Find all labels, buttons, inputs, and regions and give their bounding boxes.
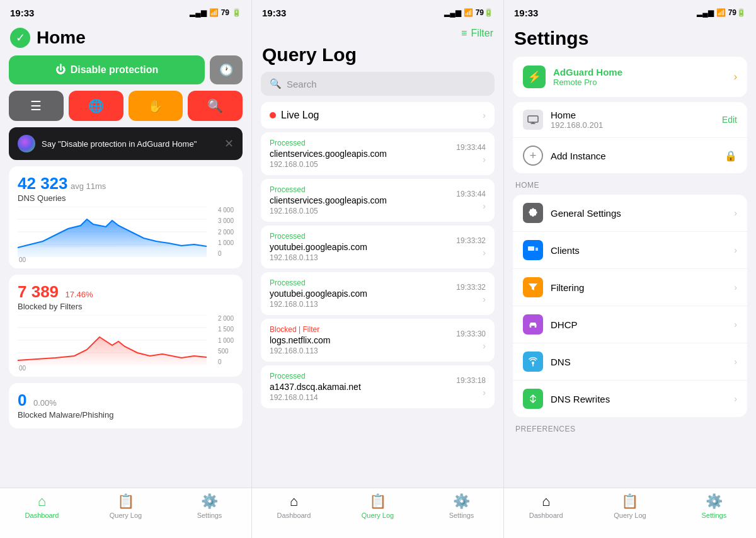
nav-dashboard-settings[interactable]: ⌂ Dashboard [504, 493, 588, 519]
quick-btn-list[interactable]: ☰ [9, 91, 64, 121]
adguard-card[interactable]: ⚡ AdGuard Home Remote Pro › [513, 57, 747, 97]
dns-rewrites-item[interactable]: DNS Rewrites › [513, 381, 747, 417]
dashboard-icon: ⌂ [38, 493, 46, 510]
panel-settings: 19:33 ▂▄▆ 📶 79🔋 Settings ⚡ AdGuard Home … [504, 0, 756, 538]
siri-banner: Say "Disable protection in AdGuard Home"… [9, 127, 243, 160]
log-item[interactable]: Processed youtubei.googleapis.com 192.16… [261, 272, 495, 315]
clock-button[interactable]: 🕐 [210, 55, 243, 84]
filter-button[interactable]: ≡ Filter [461, 28, 493, 39]
malware-label: Blocked Malware/Phishing [18, 410, 234, 420]
instance-row[interactable]: Home 192.168.0.201 Edit [513, 102, 747, 138]
nav-querylog-settings[interactable]: 📋 Query Log [588, 493, 672, 519]
chart-labels-right: 4 000 3 000 2 000 1 000 0 [218, 207, 234, 257]
quick-buttons: ☰ 🌐 ✋ 🔍 [0, 91, 251, 121]
nav-dashboard-home[interactable]: ⌂ Dashboard [0, 493, 84, 519]
chart-label-4000: 4 000 [218, 207, 234, 214]
dns-chart: 4 000 3 000 2 000 1 000 0 00 [18, 207, 234, 263]
querylog-icon: 📋 [117, 493, 134, 510]
filtering-chevron: › [734, 282, 737, 292]
rewrite-icon [528, 394, 538, 404]
svg-point-11 [530, 326, 532, 328]
dns-rewrites-label: DNS Rewrites [551, 394, 726, 404]
log-chevron: › [483, 387, 486, 398]
log-item[interactable]: Processed clientservices.googleapis.com … [261, 132, 495, 175]
nav-dashboard-label-s: Dashboard [529, 512, 563, 519]
instance-edit-button[interactable]: Edit [722, 115, 737, 125]
wifi-icon-q: 📶 [464, 8, 473, 17]
nav-querylog-label-q: Query Log [362, 512, 394, 519]
quick-btn-search[interactable]: 🔍 [188, 91, 243, 121]
dhcp-chevron: › [734, 319, 737, 329]
nav-querylog-home[interactable]: 📋 Query Log [84, 493, 168, 519]
monitor-icon [527, 115, 539, 124]
log-domain: logs.netflix.com [270, 335, 456, 345]
adguard-icon: ⚡ [523, 66, 546, 88]
log-ip: 192.168.0.113 [270, 300, 456, 309]
settings-title: Settings [504, 23, 756, 57]
log-item-left: Processed clientservices.googleapis.com … [270, 185, 456, 215]
log-ip: 192.168.0.114 [270, 393, 456, 402]
query-log-title: Query Log [252, 39, 503, 72]
malware-pct: 0.00% [33, 398, 57, 408]
log-item-left: Processed clientservices.googleapis.com … [270, 139, 456, 169]
log-time: 19:33:44 › [456, 143, 486, 164]
filter-icon-s [528, 283, 538, 292]
wifi-icon: 📶 [209, 8, 219, 17]
dns-number-row: 42 323 avg 11ms [18, 174, 234, 193]
search-bar[interactable]: 🔍 Search [261, 72, 495, 96]
log-item[interactable]: Processed clientservices.googleapis.com … [261, 179, 495, 222]
nav-settings-home[interactable]: ⚙️ Settings [168, 493, 251, 519]
nav-settings-query[interactable]: ⚙️ Settings [420, 493, 503, 519]
status-bar-settings: 19:33 ▂▄▆ 📶 79🔋 [504, 0, 756, 23]
log-item-left: Blocked | Filter logs.netflix.com 192.16… [270, 325, 456, 355]
instance-info: Home 192.168.0.201 [551, 110, 714, 130]
adguard-chevron-icon: › [734, 71, 737, 83]
clients-label: Clients [551, 245, 726, 256]
status-bar-query: 19:33 ▂▄▆ 📶 79🔋 [252, 0, 503, 23]
nav-querylog-query[interactable]: 📋 Query Log [336, 493, 420, 519]
live-log-row[interactable]: Live Log › [261, 102, 495, 129]
blocked-count: 7 389 [18, 282, 59, 301]
add-instance-row[interactable]: + Add Instance 🔒 [513, 138, 747, 173]
filter-label: Filter [471, 28, 493, 39]
dns-rewrites-chevron: › [734, 394, 737, 404]
siri-close-button[interactable]: ✕ [224, 137, 234, 151]
quick-btn-globe[interactable]: 🌐 [69, 91, 123, 121]
settings-content: ⚡ AdGuard Home Remote Pro › Home 192.168… [504, 57, 756, 488]
dns-item[interactable]: DNS › [513, 343, 747, 381]
blocked-label: Blocked by Filters [18, 302, 234, 311]
log-item[interactable]: Processed youtubei.googleapis.com 192.16… [261, 226, 495, 268]
log-item[interactable]: Blocked | Filter logs.netflix.com 192.16… [261, 319, 495, 362]
general-settings-icon [523, 203, 543, 223]
signal-icon-q: ▂▄▆ [444, 8, 461, 17]
nav-dashboard-query[interactable]: ⌂ Dashboard [252, 493, 336, 519]
dhcp-item[interactable]: DHCP › [513, 306, 747, 343]
disable-protection-button[interactable]: ⏻ Disable protection [9, 55, 205, 84]
dhcp-icon [523, 314, 543, 335]
log-timestamp: 19:33:18 [456, 376, 486, 385]
nav-querylog-label-s: Query Log [614, 512, 646, 519]
log-ip: 192.168.0.113 [270, 346, 456, 355]
settings-icon: ⚙️ [201, 493, 218, 510]
log-domain: clientservices.googleapis.com [270, 149, 456, 159]
general-settings-item[interactable]: General Settings › [513, 195, 747, 232]
nav-settings-label-q: Settings [449, 512, 474, 519]
dns-queries-card: 42 323 avg 11ms DNS Queries [9, 166, 243, 268]
log-timestamp: 19:33:32 [456, 283, 486, 292]
querylog-icon-s: 📋 [621, 493, 638, 510]
status-icons-query: ▂▄▆ 📶 79🔋 [444, 8, 493, 17]
clients-item[interactable]: Clients › [513, 232, 747, 269]
nav-settings-settings[interactable]: ⚙️ Settings [672, 493, 756, 519]
log-status: Processed [270, 372, 456, 381]
chart-label-2000: 2 000 [218, 229, 234, 236]
bottom-nav-home: ⌂ Dashboard 📋 Query Log ⚙️ Settings [0, 488, 251, 538]
log-ip: 192.168.0.113 [270, 253, 456, 262]
svg-rect-9 [528, 246, 534, 251]
log-item[interactable]: Processed a1437.dscq.akamai.net 192.168.… [261, 365, 495, 408]
log-status: Processed [270, 278, 456, 287]
filtering-item[interactable]: Filtering › [513, 269, 747, 306]
status-time-home: 19:33 [10, 8, 34, 18]
log-status: Processed [270, 232, 456, 241]
filter-icon: ≡ [461, 28, 467, 39]
quick-btn-shield[interactable]: ✋ [129, 91, 183, 121]
